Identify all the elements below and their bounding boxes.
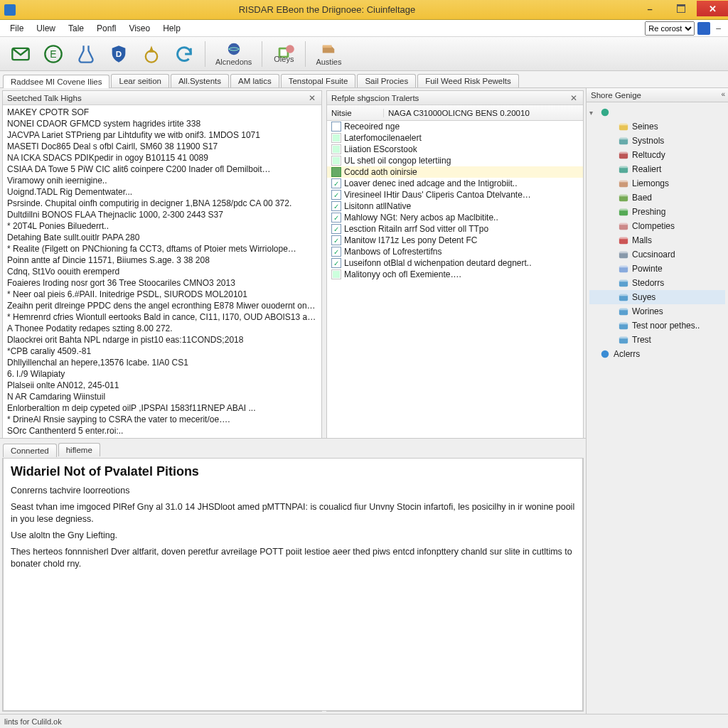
tab-4[interactable]: Tenstopal Fsuite xyxy=(281,74,356,87)
list-item[interactable]: N AR Camdaring Wiinstuil xyxy=(6,391,318,402)
list-item[interactable]: MAKEY CPOTR SOF xyxy=(6,107,318,118)
list-item[interactable]: MASETI Doc865 Deal s ofbl Cairll, SM60 3… xyxy=(6,141,318,152)
right-tree[interactable]: ▾SeinesSystnolsReltucdyRealiertLiemongsB… xyxy=(587,102,728,714)
mini-icon[interactable] xyxy=(697,22,710,35)
menu-help[interactable]: Help xyxy=(157,22,186,35)
mid-col-name[interactable]: Nitsie xyxy=(327,109,384,117)
checkbox[interactable] xyxy=(331,156,341,166)
minimize-button[interactable] xyxy=(634,1,665,16)
toolbar-lab-icon[interactable] xyxy=(71,39,101,69)
list-item[interactable]: *CPB caraliy 4509.-81 xyxy=(6,346,318,357)
tree-node[interactable]: Suyes xyxy=(589,290,725,304)
list-item[interactable]: NONEI CDAOR GFMCD system hagrides irtite… xyxy=(6,118,318,129)
checkbox[interactable]: ✓ xyxy=(331,213,341,223)
toolbar-refresh-icon[interactable] xyxy=(169,39,199,69)
checkbox[interactable] xyxy=(331,122,341,132)
tree-node[interactable]: Worines xyxy=(589,304,725,318)
list-item[interactable]: * Hemrenrd cfries Wiontull eertooks Bald… xyxy=(6,311,318,323)
tab-6[interactable]: Fuil Weed Risk Pewelts xyxy=(417,74,519,87)
list-item[interactable]: NA ICKA SDACS PDIKpedir in ogoy B10115 4… xyxy=(6,152,318,164)
menu-ulew[interactable]: Ulew xyxy=(31,22,61,35)
left-panel-close-icon[interactable]: ✕ xyxy=(307,93,317,103)
list-item[interactable]: * Neer oal pieis 6.#PAII. Initedrige PSD… xyxy=(6,289,318,300)
checkbox[interactable]: ✓ xyxy=(331,247,341,257)
check-row[interactable]: Laterfomocilenaelert xyxy=(327,132,583,144)
list-item[interactable]: 6. l./9 Wilapiaty xyxy=(6,368,318,380)
list-item[interactable]: Dhllyillenchal an hepere,13576 Icabe. 1I… xyxy=(6,357,318,368)
tree-node[interactable]: Reltucdy xyxy=(589,148,725,162)
list-item[interactable]: A Thonee Podatity redapes szting 8.00 27… xyxy=(6,323,318,334)
checkbox[interactable] xyxy=(331,167,341,177)
checkbox[interactable]: ✓ xyxy=(331,258,341,268)
tree-node[interactable]: Stedorrs xyxy=(589,276,725,290)
right-panel-collapse-icon[interactable]: « xyxy=(721,90,725,98)
tree-node[interactable]: Realiert xyxy=(589,162,725,176)
list-item[interactable]: Psrsinde. Chupital oinfh computirig in d… xyxy=(6,198,318,209)
toolbar-compass-icon[interactable] xyxy=(136,39,166,69)
check-row[interactable]: UL shetl oil congop letertiing xyxy=(327,155,583,166)
list-item[interactable]: Foaieres Iroding nosr gort 36 Tree Stooc… xyxy=(6,277,318,289)
toolbar-oleys[interactable]: Oleys xyxy=(268,38,299,70)
checkbox[interactable] xyxy=(331,144,341,154)
mid-col-desc[interactable]: NAGA C31000OLICNG BENS 0.20010 xyxy=(384,109,583,117)
toolbar-austies[interactable]: Austies xyxy=(311,38,346,70)
check-row[interactable]: ✓Loaver denec ined adcage and the Intigr… xyxy=(327,178,583,189)
check-row[interactable]: ✓Manitow I171z Les pony Detent FC xyxy=(327,235,583,246)
tab-0[interactable]: Raddsee MI Covene Ilies xyxy=(3,75,109,88)
check-row[interactable]: Receoired nge xyxy=(327,121,583,132)
menu-viseo[interactable]: Viseo xyxy=(123,22,156,35)
check-row[interactable]: ✓Luseifonn otBlal d wichenpation deutard… xyxy=(327,257,583,269)
mid-panel-close-icon[interactable]: ✕ xyxy=(569,93,579,103)
list-item[interactable]: Viramowy onih ieernigine.. xyxy=(6,175,318,186)
list-item[interactable]: Detahing Bate sullt.ouitlr PAPA 280 xyxy=(6,232,318,243)
tab-3[interactable]: AM latics xyxy=(230,74,279,87)
tree-node[interactable]: Systnols xyxy=(589,134,725,148)
close-button[interactable] xyxy=(697,1,728,16)
checkbox[interactable] xyxy=(331,269,341,279)
checkbox[interactable]: ✓ xyxy=(331,235,341,245)
tree-node[interactable]: Malls xyxy=(589,233,725,247)
lower-tab-connected[interactable]: Connerted xyxy=(3,444,57,457)
lower-tab-hifleme[interactable]: hifleme xyxy=(58,443,100,456)
check-row[interactable]: ✓Viresineel IHtir Daus' Cliperis Cantoa … xyxy=(327,189,583,200)
tree-footer-node[interactable]: Aclerrs xyxy=(589,347,725,361)
checkbox[interactable]: ✓ xyxy=(331,178,341,188)
list-item[interactable]: CSIAA DA Towe 5 PiW CIC alit6 coinpere C… xyxy=(6,164,318,175)
list-item[interactable]: JACVPA Lariet STPrieng par Lihtdufity we… xyxy=(6,129,318,141)
tree-node[interactable]: Trest xyxy=(589,333,725,347)
toolbar-badge-icon[interactable]: E xyxy=(38,39,68,69)
list-item[interactable]: * Realite (Filgett on PNChioning fa CCT3… xyxy=(6,243,318,255)
list-item[interactable]: Enlorberaltion m deip cypeted oilP ,IPSP… xyxy=(6,402,318,414)
toolbar-mail-icon[interactable] xyxy=(6,39,36,69)
tree-node[interactable]: Test noor pethes.. xyxy=(589,318,725,333)
check-row[interactable]: Malitonyy och ofl Exemiente…. xyxy=(327,269,583,280)
list-item[interactable]: * 20T4L Ponies Biluederrt.. xyxy=(6,220,318,232)
check-row[interactable]: ✓Lesction Ritailn arrf Sod vitter oll TT… xyxy=(327,223,583,235)
list-item[interactable]: Zeaihn perit dlreinge PPDC dens the ange… xyxy=(6,300,318,311)
check-row[interactable]: ✓Lisitonn atllNative xyxy=(327,200,583,212)
tab-2[interactable]: All.Systents xyxy=(171,74,229,87)
tree-node[interactable]: Clompeties xyxy=(589,219,725,233)
check-row[interactable]: Liiation EScorstook xyxy=(327,144,583,155)
tree-node[interactable]: Cucsinoard xyxy=(589,247,725,262)
toolbar-alcnedons[interactable]: Alcnedons xyxy=(211,38,256,70)
tree-node[interactable]: Seines xyxy=(589,119,725,134)
list-item[interactable]: * DrineAl Rnsie sayping to CSRA the vate… xyxy=(6,414,318,425)
list-item[interactable]: Cdnq, St1Vo oouith eremperd xyxy=(6,266,318,277)
tree-node[interactable]: Baed xyxy=(589,191,725,205)
check-row[interactable]: ✓Mahlowy NGt: Nery acbos ap Maclbitite.. xyxy=(327,212,583,223)
tab-1[interactable]: Lear seition xyxy=(111,74,168,87)
tree-node[interactable]: Powinte xyxy=(589,262,725,276)
list-item[interactable]: Dultdillni BONOS FLAA Thejnaclic 1000, 2… xyxy=(6,209,318,220)
checkbox[interactable]: ✓ xyxy=(331,224,341,234)
list-item[interactable]: Uoignd.TADL Rig Dementwater... xyxy=(6,186,318,198)
maximize-button[interactable] xyxy=(665,1,697,16)
checkbox[interactable]: ✓ xyxy=(331,190,341,200)
checkbox[interactable]: ✓ xyxy=(331,201,341,211)
tree-root[interactable]: ▾ xyxy=(589,105,725,119)
menu-tale[interactable]: Tale xyxy=(63,22,90,35)
list-item[interactable]: Poinn antte af Dincie 11571, Biiumes S.a… xyxy=(6,255,318,266)
list-item[interactable]: SOrc Canthenterd 5 enter.roi:.. xyxy=(6,425,318,437)
mini-menu-icon[interactable]: – xyxy=(713,23,724,33)
list-item[interactable]: Plalseii onlte AN012, 245-011 xyxy=(6,380,318,391)
